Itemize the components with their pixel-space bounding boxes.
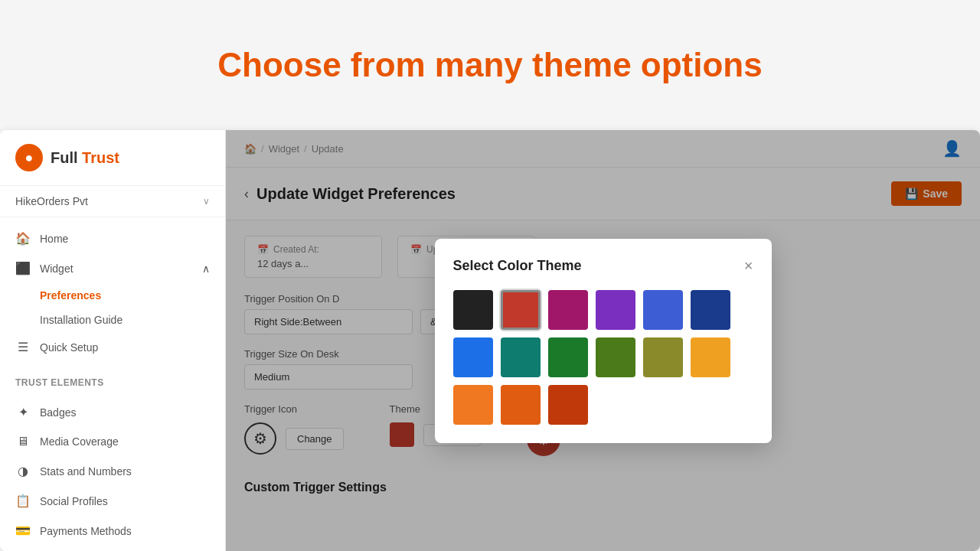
sidebar-item-stats-numbers-label: Stats and Numbers — [40, 465, 132, 478]
sidebar-item-badges-label: Badges — [40, 406, 76, 419]
chevron-down-icon: ∨ — [203, 196, 210, 207]
color-swatch-khaki[interactable] — [643, 337, 683, 377]
sidebar-item-quick-setup-label: Quick Setup — [40, 341, 98, 354]
sidebar-item-customer-logos[interactable]: 📄 Customer Logos — [0, 546, 225, 551]
payments-icon: 💳 — [15, 523, 31, 538]
sidebar-subitem-installation-guide-label: Installation Guide — [40, 314, 122, 326]
color-swatch-blue-medium[interactable] — [643, 290, 683, 330]
trust-elements-section: ✦ Badges 🖥 Media Coverage ◑ Stats and Nu… — [0, 391, 225, 551]
company-name: HikeOrders Pvt — [15, 195, 88, 207]
sidebar-item-stats-numbers[interactable]: ◑ Stats and Numbers — [0, 456, 225, 486]
sidebar-item-media-coverage[interactable]: 🖥 Media Coverage — [0, 427, 225, 456]
color-swatch-rust[interactable] — [548, 385, 588, 425]
logo-icon: ● — [15, 144, 43, 171]
banner-title: Choose from many theme options — [217, 46, 762, 84]
sidebar-logo: ● Full Trust — [0, 130, 225, 186]
media-coverage-icon: 🖥 — [15, 435, 31, 448]
logo-trust: Trust — [78, 149, 119, 166]
sidebar-item-social-profiles[interactable]: 📋 Social Profiles — [0, 486, 225, 516]
home-icon: 🏠 — [15, 231, 31, 246]
logo-full: Full — [51, 149, 78, 166]
sidebar-item-quick-setup[interactable]: ☰ Quick Setup — [0, 332, 225, 362]
company-selector[interactable]: HikeOrders Pvt ∨ — [0, 186, 225, 217]
modal-overlay[interactable]: Select Color Theme × — [226, 130, 980, 551]
color-swatch-teal[interactable] — [501, 337, 541, 377]
stats-icon: ◑ — [15, 464, 31, 478]
sidebar-item-widget-label: Widget — [40, 262, 74, 275]
badges-icon: ✦ — [15, 405, 31, 419]
sidebar-subitem-preferences-label: Preferences — [40, 289, 101, 302]
nav-section: 🏠 Home ⬛ Widget ∧ Preferences Installat — [0, 217, 225, 368]
color-swatch-blue-bright[interactable] — [453, 337, 493, 377]
widget-icon: ⬛ — [15, 261, 31, 276]
sidebar-item-home-label: Home — [40, 233, 68, 245]
color-theme-modal: Select Color Theme × — [435, 239, 772, 443]
widget-chevron-icon: ∧ — [202, 262, 210, 275]
main-content: 🏠 / Widget / Update 👤 ‹ Update Widget Pr… — [226, 130, 980, 551]
sidebar-item-badges[interactable]: ✦ Badges — [0, 397, 225, 427]
sidebar-item-social-profiles-label: Social Profiles — [40, 495, 108, 507]
sidebar-item-home[interactable]: 🏠 Home — [0, 223, 225, 253]
color-swatch-black[interactable] — [453, 290, 493, 330]
sidebar-subitem-installation-guide[interactable]: Installation Guide — [0, 308, 225, 332]
quick-setup-icon: ☰ — [15, 340, 31, 354]
modal-title: Select Color Theme — [453, 258, 582, 274]
color-swatch-magenta[interactable] — [548, 290, 588, 330]
sidebar: ● Full Trust HikeOrders Pvt ∨ 🏠 Home — [0, 130, 226, 551]
color-swatch-green-dark[interactable] — [548, 337, 588, 377]
sidebar-item-widget[interactable]: ⬛ Widget ∧ — [0, 253, 225, 283]
modal-close-button[interactable]: × — [744, 257, 753, 275]
color-swatch-orange-light[interactable] — [691, 337, 730, 377]
color-swatch-orange-bright[interactable] — [453, 385, 493, 425]
color-grid — [453, 290, 753, 425]
social-profiles-icon: 📋 — [15, 494, 31, 508]
sidebar-item-payments-methods[interactable]: 💳 Payments Methods — [0, 516, 225, 546]
sidebar-item-payments-methods-label: Payments Methods — [40, 525, 132, 537]
sidebar-item-media-coverage-label: Media Coverage — [40, 435, 119, 448]
color-swatch-purple[interactable] — [596, 290, 635, 330]
trust-elements-header: Trust Elements — [0, 368, 225, 391]
color-swatch-navy[interactable] — [691, 290, 730, 330]
color-swatch-orange-medium[interactable] — [501, 385, 541, 425]
logo-text: Full Trust — [51, 149, 119, 167]
modal-header: Select Color Theme × — [453, 257, 753, 275]
sidebar-subitem-preferences[interactable]: Preferences — [0, 283, 225, 308]
color-swatch-red[interactable] — [501, 290, 541, 330]
color-swatch-olive[interactable] — [596, 337, 635, 377]
